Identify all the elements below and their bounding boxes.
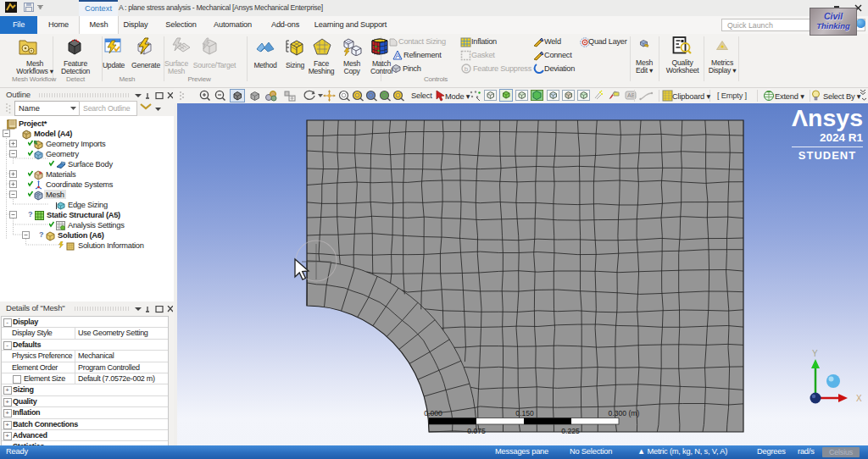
svg-text:0.075: 0.075 [467,427,486,435]
svg-text:Y: Y [812,349,818,358]
svg-text:b: b [465,65,469,73]
svg-text:A: A [395,52,400,60]
svg-text:0.000: 0.000 [424,409,442,418]
svg-text:0.150: 0.150 [515,409,534,418]
svg-text:X: X [856,394,862,403]
svg-text:?: ? [39,231,44,239]
svg-text:0.300 (m): 0.300 (m) [609,409,640,418]
svg-text:?: ? [28,211,33,218]
svg-text:0.225: 0.225 [561,427,580,435]
